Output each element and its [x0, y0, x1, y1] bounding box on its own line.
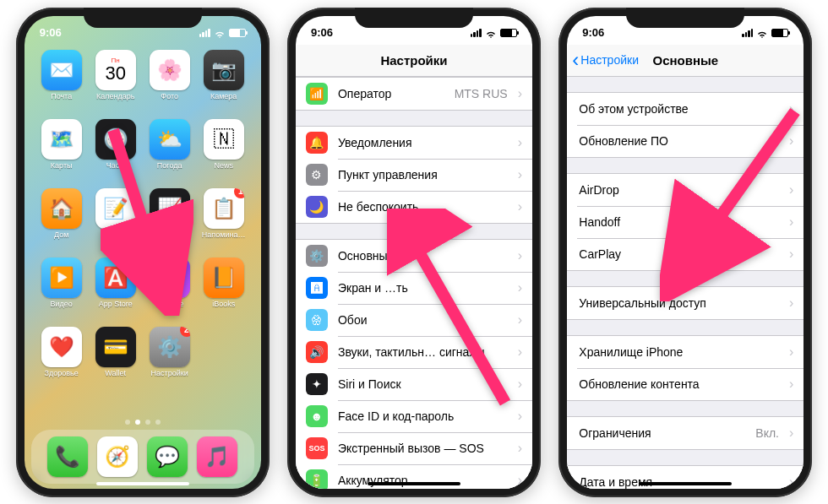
app-icon: 🏠: [41, 188, 82, 229]
app-label: App Store: [99, 300, 133, 308]
cell-label: Face ID и код-пароль: [338, 409, 508, 423]
chevron-icon: ›: [518, 344, 522, 360]
chevron-icon: ›: [518, 248, 522, 263]
home-indicator: [96, 482, 189, 485]
app-Видео[interactable]: ▶️Видео: [36, 257, 87, 323]
chevron-icon: ›: [789, 182, 793, 198]
app-label: Камера: [210, 92, 237, 100]
app-icon: 🗺️: [41, 119, 82, 160]
settings-cell[interactable]: 🔊Звуки, тактильн… сигналы›: [296, 336, 532, 368]
phone-general: 9:06 Настройки Основные Об этом устройст…: [558, 8, 812, 497]
app-Карты[interactable]: 🗺️Карты: [36, 119, 87, 185]
settings-cell[interactable]: SOSЭкстренный вызов — SOS›: [296, 432, 532, 464]
cell-icon: ⚙️: [306, 245, 328, 267]
cell-label: Звуки, тактильн… сигналы: [338, 345, 508, 359]
settings-cell[interactable]: ОграниченияВкл.›: [567, 417, 803, 449]
app-Дом[interactable]: 🏠Дом: [36, 188, 87, 254]
cell-label: Ограничения: [579, 426, 745, 440]
dock-app[interactable]: 📞: [47, 436, 88, 477]
settings-cell[interactable]: ⚙Пункт управления›: [296, 159, 532, 191]
settings-group: ⚙️Основные›🅰Экран и …ть›🏵Обои›🔊Звуки, та…: [296, 239, 532, 489]
app-icon: 📋1: [204, 188, 244, 229]
settings-cell[interactable]: CarPlay›: [567, 238, 803, 270]
app-Часы[interactable]: 🕙Часы: [90, 119, 141, 185]
app-icon: 🇳: [204, 119, 244, 160]
cell-label: Обновление контента: [579, 377, 779, 391]
settings-cell[interactable]: Хранилище iPhone›: [567, 336, 803, 368]
chevron-icon: ›: [518, 199, 522, 214]
dock-app[interactable]: 💬: [147, 436, 188, 477]
cell-icon: ☻: [306, 405, 328, 427]
cell-icon: 🅰: [306, 277, 328, 299]
chevron-icon: ›: [518, 135, 522, 150]
app-label: Видео: [51, 300, 73, 308]
settings-cell[interactable]: Обновление контента›: [567, 368, 803, 400]
settings-cell[interactable]: AirDrop›: [567, 174, 803, 206]
app-App Store[interactable]: 🅰️App Store: [90, 257, 141, 323]
settings-cell[interactable]: ✦Siri и Поиск›: [296, 368, 532, 400]
settings-cell[interactable]: Универсальный доступ›: [567, 287, 803, 319]
app-label: Здоровье: [45, 369, 79, 377]
settings-cell[interactable]: 🅰Экран и …ть›: [296, 272, 532, 304]
chevron-icon: ›: [518, 167, 522, 182]
general-list[interactable]: Об этом устройстве›Обновление ПО›AirDrop…: [567, 77, 803, 489]
app-Настройки[interactable]: ⚙️2Настройки: [144, 327, 195, 393]
app-… Store[interactable]: ★… Store: [144, 257, 195, 323]
app-Заметки[interactable]: 📝Заметки: [90, 188, 141, 254]
app-Камера[interactable]: 📷Камера: [199, 50, 249, 116]
phone-settings: 9:06 Настройки 📶ОператорMTS RUS›🔔Уведомл…: [287, 8, 541, 497]
app-Календарь[interactable]: Пн30Календарь: [90, 50, 141, 116]
settings-group: 🔔Уведомления›⚙Пункт управления›🌙Не беспо…: [296, 126, 532, 224]
dock-app[interactable]: 🎵: [197, 436, 237, 477]
chevron-icon: ›: [518, 409, 522, 424]
cell-label: Экран и …ть: [338, 281, 508, 295]
settings-cell[interactable]: Handoff›: [567, 206, 803, 238]
page-dots: [25, 415, 261, 430]
settings-cell[interactable]: 🏵Обои›: [296, 304, 532, 336]
chevron-icon: ›: [789, 101, 793, 117]
cell-label: Универсальный доступ: [579, 296, 779, 310]
app-label: News: [214, 161, 233, 170]
settings-cell[interactable]: ⚙️Основные›: [296, 240, 532, 272]
chevron-icon: ›: [789, 377, 793, 392]
settings-cell[interactable]: ☻Face ID и код-пароль›: [296, 400, 532, 432]
settings-cell[interactable]: 🌙Не беспокоить›: [296, 191, 532, 223]
settings-cell[interactable]: Об этом устройстве›: [567, 93, 803, 125]
app-icon: ✉️: [41, 50, 82, 90]
phone-homescreen: 9:06 ✉️ПочтаПн30Календарь🌸Фото📷Камера🗺️К…: [16, 8, 270, 497]
settings-cell[interactable]: Обновление ПО›: [567, 125, 803, 157]
app-label: … Store: [155, 300, 183, 308]
app-label: Дом: [54, 230, 68, 239]
settings-group: 📶ОператорMTS RUS›: [296, 77, 532, 111]
app-icon: 📷: [204, 50, 244, 90]
app-Акции[interactable]: 📈Акции: [144, 188, 195, 254]
app-Фото[interactable]: 🌸Фото: [144, 50, 195, 116]
app-icon: ⚙️2: [150, 327, 190, 367]
app-Почта[interactable]: ✉️Почта: [36, 50, 87, 116]
app-label: Карты: [51, 161, 73, 170]
cell-icon: 🏵: [306, 309, 328, 331]
badge: 1: [234, 188, 244, 198]
app-Wallet[interactable]: 💳Wallet: [90, 327, 141, 393]
chevron-icon: ›: [789, 247, 793, 262]
cell-icon: 🌙: [306, 196, 328, 218]
app-Напомина…[interactable]: 📋1Напомина…: [199, 188, 249, 254]
status-time: 9:06: [582, 26, 604, 39]
settings-cell[interactable]: 🔔Уведомления›: [296, 127, 532, 159]
settings-cell[interactable]: 📶ОператорMTS RUS›: [296, 78, 532, 110]
chevron-icon: ›: [518, 441, 522, 456]
app-iBooks[interactable]: 📙iBooks: [199, 257, 249, 323]
wifi-icon: [485, 29, 497, 37]
dock-app[interactable]: 🧭: [97, 436, 138, 477]
back-button[interactable]: Настройки: [572, 53, 639, 67]
app-Здоровье[interactable]: ❤️Здоровье: [36, 327, 87, 393]
app-Погода[interactable]: ⛅Погода: [144, 119, 195, 185]
settings-list[interactable]: 📶ОператорMTS RUS›🔔Уведомления›⚙Пункт упр…: [296, 77, 532, 489]
status-time: 9:06: [40, 26, 62, 39]
cell-label: Экстренный вызов — SOS: [338, 442, 508, 455]
chevron-icon: ›: [789, 295, 793, 311]
notch: [84, 8, 202, 28]
app-News[interactable]: 🇳News: [199, 119, 249, 185]
chevron-icon: ›: [518, 280, 522, 295]
cell-label: Обои: [338, 313, 508, 327]
